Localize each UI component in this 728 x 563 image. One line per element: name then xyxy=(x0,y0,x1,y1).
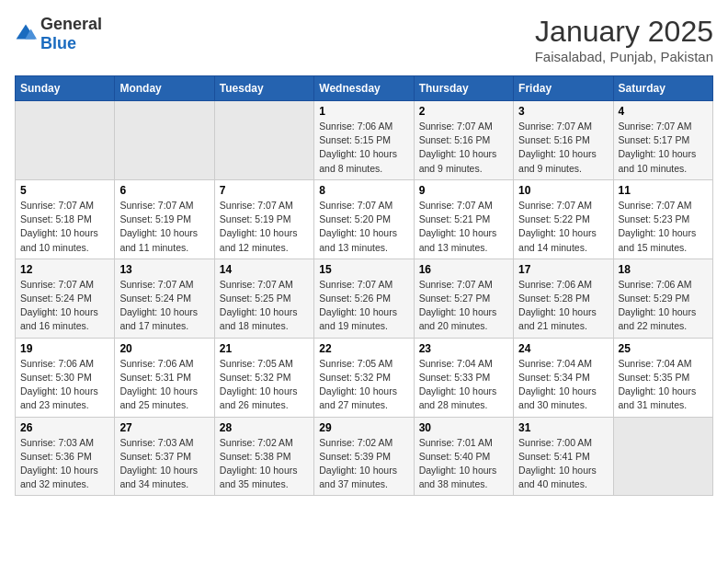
day-info: Sunrise: 7:03 AM Sunset: 5:37 PM Dayligh… xyxy=(119,436,209,492)
calendar-cell: 10Sunrise: 7:07 AM Sunset: 5:22 PM Dayli… xyxy=(514,179,613,259)
day-info: Sunrise: 7:03 AM Sunset: 5:36 PM Dayligh… xyxy=(20,436,109,492)
calendar-cell: 13Sunrise: 7:07 AM Sunset: 5:24 PM Dayli… xyxy=(115,259,214,338)
weekday-header: Saturday xyxy=(613,76,712,101)
day-number: 17 xyxy=(518,263,608,276)
weekday-header: Sunday xyxy=(16,76,115,101)
calendar-cell: 23Sunrise: 7:04 AM Sunset: 5:33 PM Dayli… xyxy=(414,338,513,417)
calendar-table: SundayMondayTuesdayWednesdayThursdayFrid… xyxy=(15,75,713,496)
weekday-header: Thursday xyxy=(414,76,513,101)
day-number: 15 xyxy=(319,263,408,276)
weekday-header: Monday xyxy=(115,76,214,101)
day-number: 4 xyxy=(619,105,708,118)
calendar-cell: 19Sunrise: 7:06 AM Sunset: 5:30 PM Dayli… xyxy=(16,338,115,417)
day-info: Sunrise: 7:07 AM Sunset: 5:25 PM Dayligh… xyxy=(220,278,309,334)
day-info: Sunrise: 7:07 AM Sunset: 5:26 PM Dayligh… xyxy=(319,278,408,334)
day-info: Sunrise: 7:05 AM Sunset: 5:32 PM Dayligh… xyxy=(220,357,309,413)
weekday-header: Wednesday xyxy=(314,76,414,101)
day-info: Sunrise: 7:07 AM Sunset: 5:17 PM Dayligh… xyxy=(619,120,708,176)
calendar-cell: 24Sunrise: 7:04 AM Sunset: 5:34 PM Dayli… xyxy=(514,338,613,417)
day-number: 7 xyxy=(220,184,309,197)
day-number: 3 xyxy=(518,105,608,118)
day-number: 5 xyxy=(20,184,109,197)
calendar-cell: 30Sunrise: 7:01 AM Sunset: 5:40 PM Dayli… xyxy=(414,417,513,496)
day-number: 11 xyxy=(619,184,708,197)
day-number: 6 xyxy=(119,184,209,197)
calendar-cell: 7Sunrise: 7:07 AM Sunset: 5:19 PM Daylig… xyxy=(214,179,313,259)
day-info: Sunrise: 7:06 AM Sunset: 5:28 PM Dayligh… xyxy=(518,278,608,334)
calendar-week-row: 1Sunrise: 7:06 AM Sunset: 5:15 PM Daylig… xyxy=(16,101,713,180)
day-info: Sunrise: 7:07 AM Sunset: 5:24 PM Dayligh… xyxy=(119,278,209,334)
calendar-week-row: 5Sunrise: 7:07 AM Sunset: 5:18 PM Daylig… xyxy=(16,179,713,259)
weekday-header: Tuesday xyxy=(214,76,313,101)
day-number: 27 xyxy=(119,421,209,434)
page-header: General Blue January 2025 Faisalabad, Pu… xyxy=(15,15,713,64)
calendar-cell xyxy=(115,101,214,180)
day-number: 12 xyxy=(20,263,109,276)
day-number: 9 xyxy=(419,184,508,197)
day-info: Sunrise: 7:07 AM Sunset: 5:22 PM Dayligh… xyxy=(518,199,608,255)
calendar-cell: 29Sunrise: 7:02 AM Sunset: 5:39 PM Dayli… xyxy=(314,417,414,496)
day-info: Sunrise: 7:05 AM Sunset: 5:32 PM Dayligh… xyxy=(319,357,408,413)
day-info: Sunrise: 7:07 AM Sunset: 5:23 PM Dayligh… xyxy=(619,199,708,255)
day-info: Sunrise: 7:07 AM Sunset: 5:19 PM Dayligh… xyxy=(119,199,209,255)
calendar-subtitle: Faisalabad, Punjab, Pakistan xyxy=(535,49,713,64)
day-number: 26 xyxy=(20,421,109,434)
calendar-cell: 17Sunrise: 7:06 AM Sunset: 5:28 PM Dayli… xyxy=(514,259,613,338)
day-info: Sunrise: 7:06 AM Sunset: 5:30 PM Dayligh… xyxy=(20,357,109,413)
day-info: Sunrise: 7:07 AM Sunset: 5:24 PM Dayligh… xyxy=(20,278,109,334)
logo-general: General xyxy=(40,15,102,33)
calendar-cell: 9Sunrise: 7:07 AM Sunset: 5:21 PM Daylig… xyxy=(414,179,513,259)
day-info: Sunrise: 7:07 AM Sunset: 5:21 PM Dayligh… xyxy=(419,199,508,255)
calendar-cell: 4Sunrise: 7:07 AM Sunset: 5:17 PM Daylig… xyxy=(613,101,712,180)
logo: General Blue xyxy=(15,15,102,53)
title-block: January 2025 Faisalabad, Punjab, Pakista… xyxy=(535,15,713,64)
day-info: Sunrise: 7:07 AM Sunset: 5:19 PM Dayligh… xyxy=(220,199,309,255)
day-info: Sunrise: 7:04 AM Sunset: 5:34 PM Dayligh… xyxy=(518,357,608,413)
calendar-cell: 26Sunrise: 7:03 AM Sunset: 5:36 PM Dayli… xyxy=(16,417,115,496)
calendar-week-row: 12Sunrise: 7:07 AM Sunset: 5:24 PM Dayli… xyxy=(16,259,713,338)
logo-text: General Blue xyxy=(40,15,102,53)
day-info: Sunrise: 7:01 AM Sunset: 5:40 PM Dayligh… xyxy=(419,436,508,492)
calendar-cell: 31Sunrise: 7:00 AM Sunset: 5:41 PM Dayli… xyxy=(514,417,613,496)
calendar-cell xyxy=(16,101,115,180)
day-number: 10 xyxy=(518,184,608,197)
calendar-cell: 27Sunrise: 7:03 AM Sunset: 5:37 PM Dayli… xyxy=(115,417,214,496)
day-number: 14 xyxy=(220,263,309,276)
day-number: 22 xyxy=(319,342,408,355)
calendar-cell: 14Sunrise: 7:07 AM Sunset: 5:25 PM Dayli… xyxy=(214,259,313,338)
calendar-cell: 3Sunrise: 7:07 AM Sunset: 5:16 PM Daylig… xyxy=(514,101,613,180)
day-number: 24 xyxy=(518,342,608,355)
calendar-cell: 25Sunrise: 7:04 AM Sunset: 5:35 PM Dayli… xyxy=(613,338,712,417)
calendar-week-row: 19Sunrise: 7:06 AM Sunset: 5:30 PM Dayli… xyxy=(16,338,713,417)
calendar-cell xyxy=(613,417,712,496)
day-number: 20 xyxy=(119,342,209,355)
calendar-cell: 20Sunrise: 7:06 AM Sunset: 5:31 PM Dayli… xyxy=(115,338,214,417)
day-info: Sunrise: 7:02 AM Sunset: 5:38 PM Dayligh… xyxy=(220,436,309,492)
weekday-header-row: SundayMondayTuesdayWednesdayThursdayFrid… xyxy=(16,76,713,101)
logo-icon xyxy=(15,23,37,45)
day-info: Sunrise: 7:00 AM Sunset: 5:41 PM Dayligh… xyxy=(518,436,608,492)
calendar-cell: 8Sunrise: 7:07 AM Sunset: 5:20 PM Daylig… xyxy=(314,179,414,259)
day-info: Sunrise: 7:07 AM Sunset: 5:27 PM Dayligh… xyxy=(419,278,508,334)
day-info: Sunrise: 7:06 AM Sunset: 5:29 PM Dayligh… xyxy=(619,278,708,334)
day-info: Sunrise: 7:06 AM Sunset: 5:15 PM Dayligh… xyxy=(319,120,408,176)
logo-blue: Blue xyxy=(40,34,76,52)
day-info: Sunrise: 7:02 AM Sunset: 5:39 PM Dayligh… xyxy=(319,436,408,492)
calendar-cell: 18Sunrise: 7:06 AM Sunset: 5:29 PM Dayli… xyxy=(613,259,712,338)
day-number: 16 xyxy=(419,263,508,276)
day-info: Sunrise: 7:07 AM Sunset: 5:20 PM Dayligh… xyxy=(319,199,408,255)
calendar-cell: 1Sunrise: 7:06 AM Sunset: 5:15 PM Daylig… xyxy=(314,101,414,180)
day-number: 29 xyxy=(319,421,408,434)
calendar-cell: 22Sunrise: 7:05 AM Sunset: 5:32 PM Dayli… xyxy=(314,338,414,417)
day-number: 19 xyxy=(20,342,109,355)
calendar-cell: 5Sunrise: 7:07 AM Sunset: 5:18 PM Daylig… xyxy=(16,179,115,259)
calendar-week-row: 26Sunrise: 7:03 AM Sunset: 5:36 PM Dayli… xyxy=(16,417,713,496)
calendar-cell: 15Sunrise: 7:07 AM Sunset: 5:26 PM Dayli… xyxy=(314,259,414,338)
day-info: Sunrise: 7:04 AM Sunset: 5:33 PM Dayligh… xyxy=(419,357,508,413)
day-number: 31 xyxy=(518,421,608,434)
day-number: 21 xyxy=(220,342,309,355)
calendar-cell: 12Sunrise: 7:07 AM Sunset: 5:24 PM Dayli… xyxy=(16,259,115,338)
day-number: 8 xyxy=(319,184,408,197)
day-info: Sunrise: 7:07 AM Sunset: 5:18 PM Dayligh… xyxy=(20,199,109,255)
calendar-cell: 21Sunrise: 7:05 AM Sunset: 5:32 PM Dayli… xyxy=(214,338,313,417)
